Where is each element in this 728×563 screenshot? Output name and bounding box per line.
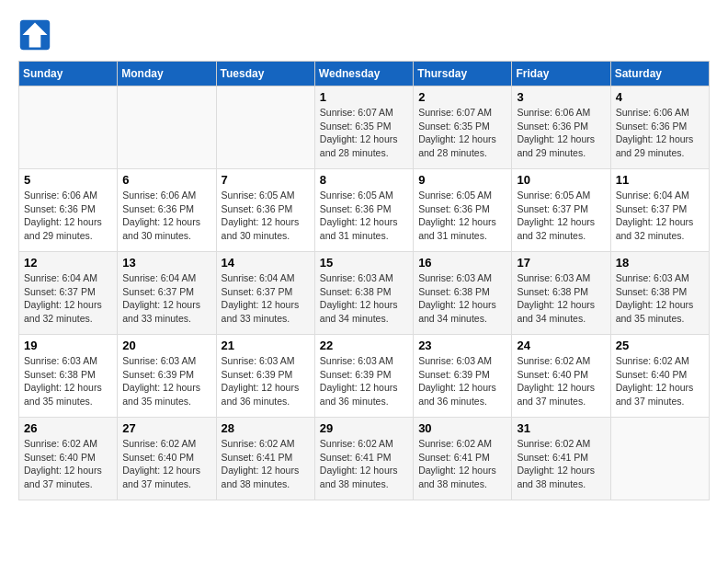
weekday-header-saturday: Saturday xyxy=(610,62,709,86)
day-number: 19 xyxy=(24,339,112,352)
day-number: 27 xyxy=(122,421,210,435)
day-info: Sunrise: 6:02 AM Sunset: 6:41 PM Dayligh… xyxy=(418,437,506,491)
day-info: Sunrise: 6:02 AM Sunset: 6:41 PM Dayligh… xyxy=(222,437,310,491)
day-number: 1 xyxy=(320,90,408,104)
day-number: 18 xyxy=(616,256,704,270)
calendar-cell xyxy=(19,86,118,169)
day-info: Sunrise: 6:03 AM Sunset: 6:39 PM Dayligh… xyxy=(222,354,310,408)
logo-icon xyxy=(18,18,51,52)
calendar-cell: 13Sunrise: 6:04 AM Sunset: 6:37 PM Dayli… xyxy=(118,252,216,335)
day-number: 31 xyxy=(517,421,605,435)
day-info: Sunrise: 6:06 AM Sunset: 6:36 PM Dayligh… xyxy=(24,189,112,243)
day-number: 2 xyxy=(418,90,506,104)
calendar-cell: 5Sunrise: 6:06 AM Sunset: 6:36 PM Daylig… xyxy=(19,169,118,252)
calendar-cell: 8Sunrise: 6:05 AM Sunset: 6:36 PM Daylig… xyxy=(314,169,413,252)
day-info: Sunrise: 6:07 AM Sunset: 6:35 PM Dayligh… xyxy=(418,106,506,160)
calendar-cell: 18Sunrise: 6:03 AM Sunset: 6:38 PM Dayli… xyxy=(610,252,709,335)
calendar-cell: 25Sunrise: 6:02 AM Sunset: 6:40 PM Dayli… xyxy=(610,335,709,418)
day-number: 13 xyxy=(122,256,210,270)
calendar-cell: 6Sunrise: 6:06 AM Sunset: 6:36 PM Daylig… xyxy=(118,169,216,252)
weekday-header-friday: Friday xyxy=(512,62,610,86)
calendar-cell: 7Sunrise: 6:05 AM Sunset: 6:36 PM Daylig… xyxy=(216,169,314,252)
calendar-cell: 19Sunrise: 6:03 AM Sunset: 6:38 PM Dayli… xyxy=(19,335,118,418)
day-info: Sunrise: 6:05 AM Sunset: 6:36 PM Dayligh… xyxy=(320,189,408,243)
day-info: Sunrise: 6:03 AM Sunset: 6:38 PM Dayligh… xyxy=(418,271,506,326)
calendar-cell: 1Sunrise: 6:07 AM Sunset: 6:35 PM Daylig… xyxy=(314,86,413,169)
day-info: Sunrise: 6:06 AM Sunset: 6:36 PM Dayligh… xyxy=(122,189,210,243)
calendar-cell: 23Sunrise: 6:03 AM Sunset: 6:39 PM Dayli… xyxy=(414,335,512,418)
day-number: 12 xyxy=(24,256,112,270)
weekday-header-sunday: Sunday xyxy=(19,62,118,86)
day-info: Sunrise: 6:03 AM Sunset: 6:38 PM Dayligh… xyxy=(320,271,408,326)
calendar-cell: 9Sunrise: 6:05 AM Sunset: 6:36 PM Daylig… xyxy=(414,169,512,252)
day-number: 8 xyxy=(320,173,408,187)
day-info: Sunrise: 6:04 AM Sunset: 6:37 PM Dayligh… xyxy=(122,271,210,326)
day-number: 26 xyxy=(24,421,112,435)
day-number: 7 xyxy=(222,173,310,187)
day-info: Sunrise: 6:03 AM Sunset: 6:38 PM Dayligh… xyxy=(616,271,704,326)
calendar-cell: 31Sunrise: 6:02 AM Sunset: 6:41 PM Dayli… xyxy=(512,418,610,500)
day-number: 23 xyxy=(418,339,506,352)
day-number: 3 xyxy=(517,90,605,104)
day-info: Sunrise: 6:06 AM Sunset: 6:36 PM Dayligh… xyxy=(517,106,605,160)
day-info: Sunrise: 6:03 AM Sunset: 6:39 PM Dayligh… xyxy=(418,354,506,408)
day-info: Sunrise: 6:02 AM Sunset: 6:41 PM Dayligh… xyxy=(517,437,605,491)
weekday-header-tuesday: Tuesday xyxy=(216,62,314,86)
day-info: Sunrise: 6:05 AM Sunset: 6:36 PM Dayligh… xyxy=(222,189,310,243)
calendar-cell: 29Sunrise: 6:02 AM Sunset: 6:41 PM Dayli… xyxy=(314,418,413,500)
calendar-week-row: 5Sunrise: 6:06 AM Sunset: 6:36 PM Daylig… xyxy=(19,169,710,252)
logo xyxy=(18,18,55,52)
day-info: Sunrise: 6:03 AM Sunset: 6:38 PM Dayligh… xyxy=(24,354,112,408)
day-number: 24 xyxy=(517,339,605,352)
calendar-cell: 10Sunrise: 6:05 AM Sunset: 6:37 PM Dayli… xyxy=(512,169,610,252)
day-number: 4 xyxy=(616,90,704,104)
calendar-cell xyxy=(216,86,314,169)
page-header xyxy=(18,18,710,52)
calendar-cell: 15Sunrise: 6:03 AM Sunset: 6:38 PM Dayli… xyxy=(314,252,413,335)
day-info: Sunrise: 6:02 AM Sunset: 6:40 PM Dayligh… xyxy=(24,437,112,491)
calendar-cell: 26Sunrise: 6:02 AM Sunset: 6:40 PM Dayli… xyxy=(19,418,118,500)
day-number: 10 xyxy=(517,173,605,187)
day-info: Sunrise: 6:07 AM Sunset: 6:35 PM Dayligh… xyxy=(320,106,408,160)
calendar-table: SundayMondayTuesdayWednesdayThursdayFrid… xyxy=(18,61,710,500)
weekday-header-thursday: Thursday xyxy=(414,62,512,86)
day-number: 21 xyxy=(222,339,310,352)
weekday-header-monday: Monday xyxy=(118,62,216,86)
day-info: Sunrise: 6:05 AM Sunset: 6:36 PM Dayligh… xyxy=(418,189,506,243)
calendar-cell: 11Sunrise: 6:04 AM Sunset: 6:37 PM Dayli… xyxy=(610,169,709,252)
calendar-cell: 22Sunrise: 6:03 AM Sunset: 6:39 PM Dayli… xyxy=(314,335,413,418)
day-info: Sunrise: 6:06 AM Sunset: 6:36 PM Dayligh… xyxy=(616,106,704,160)
calendar-cell: 27Sunrise: 6:02 AM Sunset: 6:40 PM Dayli… xyxy=(118,418,216,500)
calendar-body: 1Sunrise: 6:07 AM Sunset: 6:35 PM Daylig… xyxy=(19,86,710,500)
day-info: Sunrise: 6:02 AM Sunset: 6:41 PM Dayligh… xyxy=(320,437,408,491)
day-info: Sunrise: 6:02 AM Sunset: 6:40 PM Dayligh… xyxy=(616,354,704,408)
calendar-cell xyxy=(118,86,216,169)
day-number: 30 xyxy=(418,421,506,435)
calendar-cell: 24Sunrise: 6:02 AM Sunset: 6:40 PM Dayli… xyxy=(512,335,610,418)
day-info: Sunrise: 6:04 AM Sunset: 6:37 PM Dayligh… xyxy=(616,189,704,243)
calendar-cell: 14Sunrise: 6:04 AM Sunset: 6:37 PM Dayli… xyxy=(216,252,314,335)
day-number: 6 xyxy=(122,173,210,187)
day-number: 5 xyxy=(24,173,112,187)
calendar-cell: 30Sunrise: 6:02 AM Sunset: 6:41 PM Dayli… xyxy=(414,418,512,500)
calendar-cell: 17Sunrise: 6:03 AM Sunset: 6:38 PM Dayli… xyxy=(512,252,610,335)
day-number: 11 xyxy=(616,173,704,187)
weekday-header-wednesday: Wednesday xyxy=(314,62,413,86)
weekday-header-row: SundayMondayTuesdayWednesdayThursdayFrid… xyxy=(19,62,710,86)
calendar-week-row: 19Sunrise: 6:03 AM Sunset: 6:38 PM Dayli… xyxy=(19,335,710,418)
calendar-cell: 3Sunrise: 6:06 AM Sunset: 6:36 PM Daylig… xyxy=(512,86,610,169)
day-number: 28 xyxy=(222,421,310,435)
day-info: Sunrise: 6:03 AM Sunset: 6:38 PM Dayligh… xyxy=(517,271,605,326)
calendar-header: SundayMondayTuesdayWednesdayThursdayFrid… xyxy=(19,62,710,86)
calendar-week-row: 1Sunrise: 6:07 AM Sunset: 6:35 PM Daylig… xyxy=(19,86,710,169)
day-info: Sunrise: 6:03 AM Sunset: 6:39 PM Dayligh… xyxy=(320,354,408,408)
calendar-cell: 4Sunrise: 6:06 AM Sunset: 6:36 PM Daylig… xyxy=(610,86,709,169)
day-number: 29 xyxy=(320,421,408,435)
calendar-cell: 28Sunrise: 6:02 AM Sunset: 6:41 PM Dayli… xyxy=(216,418,314,500)
day-number: 20 xyxy=(122,339,210,352)
day-info: Sunrise: 6:04 AM Sunset: 6:37 PM Dayligh… xyxy=(222,271,310,326)
calendar-week-row: 12Sunrise: 6:04 AM Sunset: 6:37 PM Dayli… xyxy=(19,252,710,335)
calendar-cell: 21Sunrise: 6:03 AM Sunset: 6:39 PM Dayli… xyxy=(216,335,314,418)
day-info: Sunrise: 6:04 AM Sunset: 6:37 PM Dayligh… xyxy=(24,271,112,326)
calendar-cell: 20Sunrise: 6:03 AM Sunset: 6:39 PM Dayli… xyxy=(118,335,216,418)
